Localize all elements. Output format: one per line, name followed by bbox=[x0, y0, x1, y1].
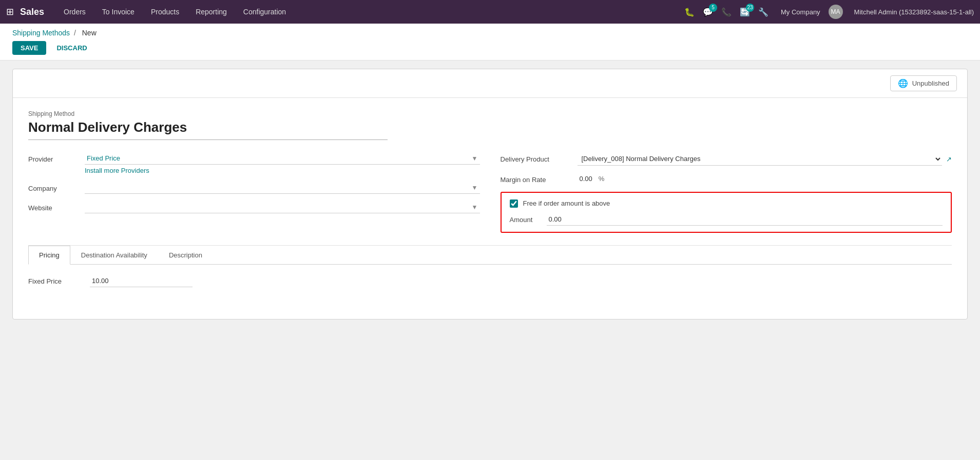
margin-field-row: Margin on Rate 0.00 % bbox=[501, 173, 952, 185]
amount-row: Amount bbox=[510, 213, 943, 226]
external-link-icon[interactable]: ↗ bbox=[946, 155, 952, 163]
website-value: ▼ bbox=[85, 201, 480, 213]
user-avatar: MA bbox=[829, 5, 843, 19]
section-label: Shipping Method bbox=[28, 110, 952, 117]
company-select-wrapper: ▼ bbox=[85, 182, 480, 194]
breadcrumb-area: Shipping Methods / New SAVE DISCARD bbox=[0, 24, 980, 61]
unpublished-button[interactable]: 🌐 Unpublished bbox=[890, 75, 957, 91]
amount-label: Amount bbox=[510, 216, 541, 224]
provider-label: Provider bbox=[28, 152, 85, 163]
discard-button[interactable]: DISCARD bbox=[50, 41, 93, 55]
breadcrumb-separator: / bbox=[74, 29, 76, 37]
topnav-icons: 🐛 💬 5 📞 🔄 23 🔧 My Company MA Mitchell Ad… bbox=[684, 5, 974, 19]
save-button[interactable]: SAVE bbox=[12, 41, 46, 55]
globe-icon: 🌐 bbox=[898, 78, 908, 88]
provider-field-row: Provider Fixed Price ▼ Install more Prov… bbox=[28, 152, 480, 174]
provider-select-wrapper: Fixed Price ▼ bbox=[85, 152, 480, 165]
free-if-row: Free if order amount is above bbox=[510, 199, 943, 208]
nav-reporting[interactable]: Reporting bbox=[188, 0, 234, 24]
free-if-label: Free if order amount is above bbox=[523, 199, 610, 208]
bug-icon[interactable]: 🐛 bbox=[684, 7, 695, 17]
user-name: Mitchell Admin (15323892-saas-15-1-all) bbox=[854, 8, 974, 16]
delivery-product-value: [Delivery_008] Normal Delivery Charges ↗ bbox=[578, 152, 952, 166]
free-order-highlight-box: Free if order amount is above Amount bbox=[501, 192, 952, 233]
breadcrumb: Shipping Methods / New bbox=[12, 29, 968, 37]
margin-value: 0.00 bbox=[578, 173, 594, 185]
form-card: 🌐 Unpublished Shipping Method Normal Del… bbox=[12, 69, 968, 319]
install-providers-link[interactable]: Install more Providers bbox=[85, 167, 480, 174]
delivery-product-label: Delivery Product bbox=[501, 152, 578, 163]
top-navigation: ⊞ Sales Orders To Invoice Products Repor… bbox=[0, 0, 980, 24]
card-header: 🌐 Unpublished bbox=[13, 69, 967, 98]
left-section: Provider Fixed Price ▼ Install more Prov… bbox=[28, 152, 480, 233]
grid-icon[interactable]: ⊞ bbox=[6, 6, 14, 17]
phone-icon[interactable]: 📞 bbox=[721, 7, 732, 17]
amount-input[interactable] bbox=[547, 213, 943, 226]
breadcrumb-parent[interactable]: Shipping Methods bbox=[12, 29, 70, 37]
free-if-checkbox[interactable] bbox=[510, 199, 518, 208]
fixed-price-input[interactable] bbox=[90, 275, 193, 287]
breadcrumb-current: New bbox=[82, 29, 97, 37]
form-grid: Provider Fixed Price ▼ Install more Prov… bbox=[28, 152, 952, 233]
nav-orders[interactable]: Orders bbox=[56, 0, 93, 24]
refresh-badge: 23 bbox=[746, 4, 754, 12]
website-select[interactable] bbox=[85, 201, 480, 213]
card-body: Shipping Method Normal Delivery Charges … bbox=[13, 98, 967, 319]
action-bar: SAVE DISCARD bbox=[12, 41, 968, 60]
unpublished-label: Unpublished bbox=[912, 79, 949, 87]
company-label: Company bbox=[28, 182, 85, 192]
percent-label: % bbox=[599, 175, 605, 183]
fixed-price-row: Fixed Price bbox=[28, 275, 952, 287]
provider-value: Fixed Price ▼ Install more Providers bbox=[85, 152, 480, 174]
nav-configuration[interactable]: Configuration bbox=[236, 0, 293, 24]
right-section: Delivery Product [Delivery_008] Normal D… bbox=[501, 152, 952, 233]
delivery-product-select[interactable]: [Delivery_008] Normal Delivery Charges bbox=[578, 152, 943, 166]
provider-select[interactable]: Fixed Price bbox=[85, 152, 480, 165]
website-field-row: Website ▼ bbox=[28, 201, 480, 213]
chat-icon[interactable]: 💬 5 bbox=[703, 7, 713, 17]
website-label: Website bbox=[28, 201, 85, 212]
fixed-price-label: Fixed Price bbox=[28, 277, 90, 285]
nav-to-invoice[interactable]: To Invoice bbox=[95, 0, 142, 24]
company-select[interactable] bbox=[85, 182, 480, 194]
wrench-icon[interactable]: 🔧 bbox=[758, 7, 768, 17]
company-name: My Company bbox=[781, 8, 820, 16]
company-field-row: Company ▼ bbox=[28, 182, 480, 194]
tabs-section: Pricing Destination Availability Descrip… bbox=[28, 245, 952, 304]
form-title: Normal Delivery Charges bbox=[28, 119, 388, 140]
website-select-wrapper: ▼ bbox=[85, 201, 480, 213]
company-value: ▼ bbox=[85, 182, 480, 194]
tab-content-pricing: Fixed Price bbox=[28, 265, 952, 304]
tab-pricing[interactable]: Pricing bbox=[28, 246, 70, 265]
refresh-icon[interactable]: 🔄 23 bbox=[740, 7, 750, 17]
tab-description[interactable]: Description bbox=[158, 246, 213, 265]
chat-badge: 5 bbox=[709, 4, 717, 12]
margin-label: Margin on Rate bbox=[501, 173, 578, 184]
margin-value-area: 0.00 % bbox=[578, 173, 952, 185]
tabs-bar: Pricing Destination Availability Descrip… bbox=[28, 246, 952, 265]
app-brand: Sales bbox=[20, 7, 44, 17]
main-content: 🌐 Unpublished Shipping Method Normal Del… bbox=[0, 61, 980, 328]
delivery-product-field-row: Delivery Product [Delivery_008] Normal D… bbox=[501, 152, 952, 166]
nav-products[interactable]: Products bbox=[144, 0, 186, 24]
tab-destination-availability[interactable]: Destination Availability bbox=[70, 246, 158, 265]
